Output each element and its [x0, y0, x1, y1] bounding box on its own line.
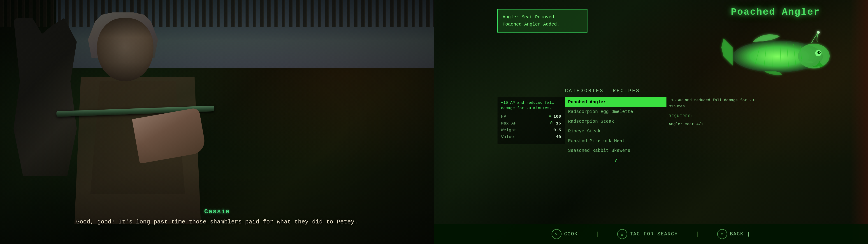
action-bar: ✕ COOK | △ TAG FOR SEARCH | ⊙ BACK | — [434, 224, 868, 244]
angler-fish-svg — [708, 18, 843, 81]
cook-label: COOK — [564, 232, 578, 237]
stats-highlight: +15 AP and reduced falldamage for 20 min… — [501, 100, 561, 111]
stat-maxap-value: 15 — [556, 121, 561, 126]
item-image — [708, 18, 843, 81]
stat-hp-label: HP — [501, 114, 506, 119]
notification-line-2: Poached Angler Added. — [503, 21, 582, 28]
back-label: BACK | — [730, 232, 750, 237]
inventory-panel: Angler Meat Removed. Poached Angler Adde… — [434, 0, 868, 244]
recipe-detail-panel: +15 AP and reduced fall damage for 20 mi… — [669, 97, 754, 127]
stat-hp-value: 100 — [553, 114, 561, 119]
stat-weight-label: Weight — [501, 128, 516, 133]
item-title: Poached Angler — [696, 7, 855, 18]
requires-label: REQUIRES: — [669, 113, 754, 119]
recipe-item-rabbit-skewers[interactable]: Seasoned Rabbit Skewers — [565, 146, 666, 156]
separator-1: | — [596, 231, 599, 237]
tag-icon: △ — [617, 229, 627, 239]
recipes-header: RECIPES — [613, 88, 640, 95]
notification-line-1: Angler Meat Removed. — [503, 13, 582, 21]
recipe-item-radscorpion-steak[interactable]: Radscorpion Steak — [565, 116, 666, 126]
hp-icon: ♥ — [549, 114, 551, 118]
tag-label: TAG FOR SEARCH — [630, 232, 678, 237]
character-name: Cassie — [4, 208, 430, 215]
separator-2: | — [696, 231, 699, 237]
back-icon: ⊙ — [717, 229, 727, 239]
stat-value-value: 40 — [556, 134, 561, 139]
stat-weight: Weight 0.5 — [501, 128, 561, 133]
stat-maxap-label: Max AP — [501, 121, 516, 126]
cook-icon: ✕ — [552, 229, 561, 239]
face-shadow — [97, 18, 153, 81]
stat-maxap: Max AP ⏱ 15 — [501, 121, 561, 126]
notification-box: Angler Meat Removed. Poached Angler Adde… — [497, 9, 587, 32]
ap-icon: ⏱ — [550, 121, 554, 126]
svg-point-13 — [817, 31, 820, 34]
cook-button[interactable]: ✕ COOK — [552, 229, 578, 239]
categories-header: CATEGORIES — [565, 88, 604, 95]
character-face — [97, 18, 153, 81]
stat-hp: HP ♥ 100 — [501, 114, 561, 119]
left-edge — [434, 0, 447, 244]
requires-value: Angler Meat 4/1 — [669, 121, 754, 127]
scroll-down-indicator[interactable]: ∨ — [565, 157, 666, 163]
recipe-effect: +15 AP and reduced fall damage for 20 mi… — [669, 97, 754, 109]
subtitle-container: Cassie Good, good! It's long past time t… — [0, 204, 434, 231]
item-display-area: Poached Angler — [696, 4, 855, 90]
stats-box: +15 AP and reduced falldamage for 20 min… — [497, 97, 565, 144]
svg-marker-1 — [721, 38, 733, 65]
stat-value: Value 40 — [501, 134, 561, 139]
stat-weight-value: 0.5 — [553, 128, 561, 133]
recipe-item-mirelurk[interactable]: Roasted Mirelurk Meat — [565, 136, 666, 146]
svg-point-5 — [819, 52, 820, 53]
back-button[interactable]: ⊙ BACK | — [717, 229, 750, 239]
armor-character — [13, 18, 77, 176]
recipe-item-ribeye[interactable]: Ribeye Steak — [565, 126, 666, 136]
tag-search-button[interactable]: △ TAG FOR SEARCH — [617, 229, 678, 239]
stat-value-label: Value — [501, 134, 514, 139]
recipe-item-poached-angler[interactable]: Poached Angler — [565, 97, 666, 107]
subtitle-text: Good, good! It's long past time those sh… — [4, 218, 430, 226]
game-scene-panel: Cassie Good, good! It's long past time t… — [0, 0, 434, 244]
recipe-list: Poached Angler Radscorpion Egg Omelette … — [565, 97, 666, 163]
recipe-item-radscorpion-egg[interactable]: Radscorpion Egg Omelette — [565, 107, 666, 116]
